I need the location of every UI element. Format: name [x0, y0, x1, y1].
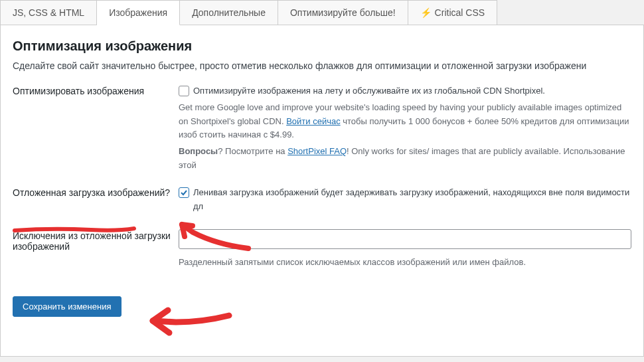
tab-critical-css-label: Critical CSS	[435, 7, 485, 18]
label-lazy-load: Отложенная загрузка изображений?	[13, 186, 179, 198]
exclude-help: Разделенный запятыми список исключаемых …	[179, 256, 631, 270]
checkbox-optimize-images[interactable]	[179, 86, 189, 96]
intro-text: Сделайте свой сайт значительно быстрее, …	[13, 60, 631, 71]
row-lazy-load: Отложенная загрузка изображений? Ленивая…	[13, 186, 631, 217]
page-title: Оптимизация изображения	[13, 39, 631, 54]
tabs-nav: JS, CSS & HTML Изображения Дополнительны…	[0, 0, 644, 25]
label-exclude: Исключения из отложенной загрузки изобра…	[13, 229, 179, 252]
settings-panel: Оптимизация изображения Сделайте свой са…	[0, 25, 644, 357]
checkbox-optimize-images-label: Оптимизируйте изображения на лету и обсл…	[193, 84, 545, 98]
tab-images[interactable]: Изображения	[97, 0, 180, 25]
tab-critical-css[interactable]: ⚡ Critical CSS	[408, 0, 497, 25]
lightning-icon: ⚡	[420, 7, 432, 18]
faq-link[interactable]: ShortPixel FAQ	[287, 146, 347, 156]
label-optimize-images: Оптимизировать изображения	[13, 84, 179, 96]
row-exclude: Исключения из отложенной загрузки изобра…	[13, 229, 631, 270]
checkbox-lazy-load-label: Ленивая загрузка изображений будет задер…	[193, 186, 631, 214]
optimize-images-questions: Вопросы? Посмотрите на ShortPixel FAQ! O…	[179, 145, 631, 173]
tab-optimize-more[interactable]: Оптимизируйте больше!	[278, 0, 408, 25]
optimize-images-desc: Get more Google love and improve your we…	[179, 101, 631, 142]
checkbox-lazy-load[interactable]	[179, 187, 189, 198]
login-link[interactable]: Войти сейчас	[286, 116, 341, 126]
tab-extra[interactable]: Дополнительные	[180, 0, 278, 25]
row-optimize-images: Оптимизировать изображения Оптимизируйте…	[13, 84, 631, 173]
exclude-input[interactable]	[179, 229, 631, 249]
save-button[interactable]: Сохранить изменения	[13, 296, 121, 317]
tab-js-css-html[interactable]: JS, CSS & HTML	[0, 0, 97, 25]
